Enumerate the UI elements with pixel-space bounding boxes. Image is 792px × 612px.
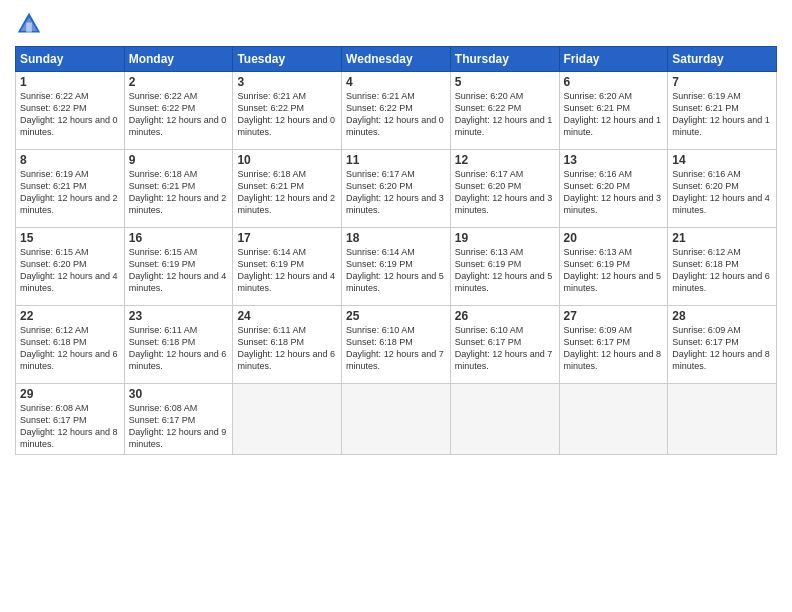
day-info: Sunrise: 6:18 AMSunset: 6:21 PMDaylight:… — [237, 168, 337, 217]
table-cell: 5Sunrise: 6:20 AMSunset: 6:22 PMDaylight… — [450, 72, 559, 150]
day-number: 17 — [237, 231, 337, 245]
calendar-table: Sunday Monday Tuesday Wednesday Thursday… — [15, 46, 777, 455]
day-number: 8 — [20, 153, 120, 167]
table-cell: 3Sunrise: 6:21 AMSunset: 6:22 PMDaylight… — [233, 72, 342, 150]
day-info: Sunrise: 6:16 AMSunset: 6:20 PMDaylight:… — [672, 168, 772, 217]
table-cell: 23Sunrise: 6:11 AMSunset: 6:18 PMDayligh… — [124, 306, 233, 384]
day-number: 28 — [672, 309, 772, 323]
table-cell: 7Sunrise: 6:19 AMSunset: 6:21 PMDaylight… — [668, 72, 777, 150]
day-number: 12 — [455, 153, 555, 167]
page: Sunday Monday Tuesday Wednesday Thursday… — [0, 0, 792, 612]
table-cell: 21Sunrise: 6:12 AMSunset: 6:18 PMDayligh… — [668, 228, 777, 306]
day-info: Sunrise: 6:15 AMSunset: 6:19 PMDaylight:… — [129, 246, 229, 295]
day-number: 18 — [346, 231, 446, 245]
day-info: Sunrise: 6:21 AMSunset: 6:22 PMDaylight:… — [237, 90, 337, 139]
table-cell — [233, 384, 342, 455]
table-cell: 6Sunrise: 6:20 AMSunset: 6:21 PMDaylight… — [559, 72, 668, 150]
col-friday: Friday — [559, 47, 668, 72]
table-cell: 14Sunrise: 6:16 AMSunset: 6:20 PMDayligh… — [668, 150, 777, 228]
day-number: 22 — [20, 309, 120, 323]
table-cell: 25Sunrise: 6:10 AMSunset: 6:18 PMDayligh… — [342, 306, 451, 384]
day-number: 29 — [20, 387, 120, 401]
table-cell: 27Sunrise: 6:09 AMSunset: 6:17 PMDayligh… — [559, 306, 668, 384]
day-number: 27 — [564, 309, 664, 323]
day-number: 26 — [455, 309, 555, 323]
table-cell — [668, 384, 777, 455]
day-info: Sunrise: 6:18 AMSunset: 6:21 PMDaylight:… — [129, 168, 229, 217]
day-info: Sunrise: 6:11 AMSunset: 6:18 PMDaylight:… — [237, 324, 337, 373]
table-cell — [450, 384, 559, 455]
table-cell: 12Sunrise: 6:17 AMSunset: 6:20 PMDayligh… — [450, 150, 559, 228]
day-info: Sunrise: 6:19 AMSunset: 6:21 PMDaylight:… — [20, 168, 120, 217]
table-cell: 22Sunrise: 6:12 AMSunset: 6:18 PMDayligh… — [16, 306, 125, 384]
day-number: 5 — [455, 75, 555, 89]
day-info: Sunrise: 6:10 AMSunset: 6:18 PMDaylight:… — [346, 324, 446, 373]
table-cell: 24Sunrise: 6:11 AMSunset: 6:18 PMDayligh… — [233, 306, 342, 384]
header — [15, 10, 777, 38]
col-sunday: Sunday — [16, 47, 125, 72]
col-wednesday: Wednesday — [342, 47, 451, 72]
day-number: 30 — [129, 387, 229, 401]
logo — [15, 10, 47, 38]
day-info: Sunrise: 6:17 AMSunset: 6:20 PMDaylight:… — [346, 168, 446, 217]
day-number: 11 — [346, 153, 446, 167]
table-cell: 18Sunrise: 6:14 AMSunset: 6:19 PMDayligh… — [342, 228, 451, 306]
day-number: 7 — [672, 75, 772, 89]
day-number: 14 — [672, 153, 772, 167]
day-info: Sunrise: 6:14 AMSunset: 6:19 PMDaylight:… — [237, 246, 337, 295]
day-info: Sunrise: 6:22 AMSunset: 6:22 PMDaylight:… — [20, 90, 120, 139]
day-info: Sunrise: 6:10 AMSunset: 6:17 PMDaylight:… — [455, 324, 555, 373]
day-info: Sunrise: 6:11 AMSunset: 6:18 PMDaylight:… — [129, 324, 229, 373]
col-thursday: Thursday — [450, 47, 559, 72]
day-info: Sunrise: 6:09 AMSunset: 6:17 PMDaylight:… — [672, 324, 772, 373]
day-number: 15 — [20, 231, 120, 245]
day-info: Sunrise: 6:20 AMSunset: 6:22 PMDaylight:… — [455, 90, 555, 139]
day-number: 16 — [129, 231, 229, 245]
svg-rect-2 — [26, 23, 32, 33]
day-info: Sunrise: 6:19 AMSunset: 6:21 PMDaylight:… — [672, 90, 772, 139]
day-number: 4 — [346, 75, 446, 89]
day-number: 1 — [20, 75, 120, 89]
table-cell — [342, 384, 451, 455]
day-number: 21 — [672, 231, 772, 245]
table-cell: 26Sunrise: 6:10 AMSunset: 6:17 PMDayligh… — [450, 306, 559, 384]
day-info: Sunrise: 6:21 AMSunset: 6:22 PMDaylight:… — [346, 90, 446, 139]
table-cell: 1Sunrise: 6:22 AMSunset: 6:22 PMDaylight… — [16, 72, 125, 150]
day-info: Sunrise: 6:15 AMSunset: 6:20 PMDaylight:… — [20, 246, 120, 295]
table-cell: 16Sunrise: 6:15 AMSunset: 6:19 PMDayligh… — [124, 228, 233, 306]
table-cell: 9Sunrise: 6:18 AMSunset: 6:21 PMDaylight… — [124, 150, 233, 228]
day-info: Sunrise: 6:08 AMSunset: 6:17 PMDaylight:… — [20, 402, 120, 451]
day-info: Sunrise: 6:14 AMSunset: 6:19 PMDaylight:… — [346, 246, 446, 295]
col-monday: Monday — [124, 47, 233, 72]
day-number: 24 — [237, 309, 337, 323]
day-number: 10 — [237, 153, 337, 167]
day-number: 3 — [237, 75, 337, 89]
table-cell: 11Sunrise: 6:17 AMSunset: 6:20 PMDayligh… — [342, 150, 451, 228]
table-cell — [559, 384, 668, 455]
header-row: Sunday Monday Tuesday Wednesday Thursday… — [16, 47, 777, 72]
table-cell: 30Sunrise: 6:08 AMSunset: 6:17 PMDayligh… — [124, 384, 233, 455]
table-cell: 8Sunrise: 6:19 AMSunset: 6:21 PMDaylight… — [16, 150, 125, 228]
day-info: Sunrise: 6:08 AMSunset: 6:17 PMDaylight:… — [129, 402, 229, 451]
day-number: 2 — [129, 75, 229, 89]
day-info: Sunrise: 6:22 AMSunset: 6:22 PMDaylight:… — [129, 90, 229, 139]
day-number: 23 — [129, 309, 229, 323]
table-cell: 4Sunrise: 6:21 AMSunset: 6:22 PMDaylight… — [342, 72, 451, 150]
day-info: Sunrise: 6:12 AMSunset: 6:18 PMDaylight:… — [672, 246, 772, 295]
day-info: Sunrise: 6:09 AMSunset: 6:17 PMDaylight:… — [564, 324, 664, 373]
col-saturday: Saturday — [668, 47, 777, 72]
day-info: Sunrise: 6:16 AMSunset: 6:20 PMDaylight:… — [564, 168, 664, 217]
table-cell: 28Sunrise: 6:09 AMSunset: 6:17 PMDayligh… — [668, 306, 777, 384]
table-cell: 20Sunrise: 6:13 AMSunset: 6:19 PMDayligh… — [559, 228, 668, 306]
day-number: 25 — [346, 309, 446, 323]
logo-icon — [15, 10, 43, 38]
table-cell: 29Sunrise: 6:08 AMSunset: 6:17 PMDayligh… — [16, 384, 125, 455]
day-number: 20 — [564, 231, 664, 245]
table-cell: 19Sunrise: 6:13 AMSunset: 6:19 PMDayligh… — [450, 228, 559, 306]
day-info: Sunrise: 6:13 AMSunset: 6:19 PMDaylight:… — [455, 246, 555, 295]
table-cell: 15Sunrise: 6:15 AMSunset: 6:20 PMDayligh… — [16, 228, 125, 306]
table-cell: 13Sunrise: 6:16 AMSunset: 6:20 PMDayligh… — [559, 150, 668, 228]
day-info: Sunrise: 6:20 AMSunset: 6:21 PMDaylight:… — [564, 90, 664, 139]
table-cell: 17Sunrise: 6:14 AMSunset: 6:19 PMDayligh… — [233, 228, 342, 306]
table-cell: 10Sunrise: 6:18 AMSunset: 6:21 PMDayligh… — [233, 150, 342, 228]
